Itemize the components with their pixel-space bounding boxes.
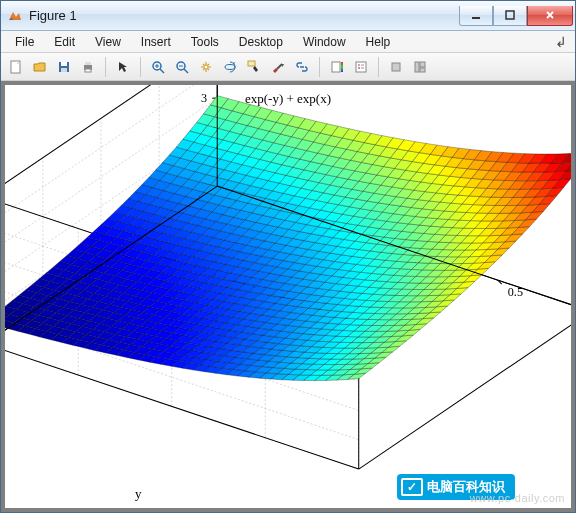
menu-desktop[interactable]: Desktop — [229, 33, 293, 51]
svg-rect-1 — [506, 11, 514, 19]
data-cursor-icon[interactable] — [243, 56, 265, 78]
menu-file[interactable]: File — [5, 33, 44, 51]
toolbar-separator — [319, 57, 320, 77]
figure-window: Figure 1 File Edit View Insert Tools Des… — [0, 0, 576, 513]
save-icon[interactable] — [53, 56, 75, 78]
svg-rect-18 — [248, 61, 255, 66]
close-button[interactable] — [527, 6, 573, 26]
print-icon[interactable] — [77, 56, 99, 78]
open-icon[interactable] — [29, 56, 51, 78]
matlab-icon — [7, 8, 23, 24]
insert-colorbar-icon[interactable] — [326, 56, 348, 78]
surface-plot[interactable]: 012345-1-0.500.51-1-0.500.51 — [5, 85, 571, 513]
svg-point-16 — [204, 65, 208, 69]
edit-plot-arrow-icon[interactable] — [112, 56, 134, 78]
svg-rect-21 — [332, 62, 340, 72]
zoom-in-icon[interactable] — [147, 56, 169, 78]
svg-rect-31 — [420, 68, 425, 72]
svg-rect-30 — [420, 62, 425, 67]
menu-window[interactable]: Window — [293, 33, 356, 51]
menu-help[interactable]: Help — [356, 33, 401, 51]
svg-rect-7 — [85, 62, 91, 65]
toolbar-separator — [105, 57, 106, 77]
pan-icon[interactable] — [195, 56, 217, 78]
svg-rect-23 — [356, 62, 366, 72]
svg-rect-5 — [61, 68, 67, 72]
menu-bar: File Edit View Insert Tools Desktop Wind… — [1, 31, 575, 53]
menu-view[interactable]: View — [85, 33, 131, 51]
figure-canvas[interactable]: exp(-y) + exp(x) 012345-1-0.500.51-1-0.5… — [1, 81, 575, 512]
brush-icon[interactable]: ▾ — [267, 56, 289, 78]
toolbar: ▾ — [1, 53, 575, 81]
svg-rect-0 — [472, 17, 480, 19]
svg-rect-22 — [341, 62, 343, 72]
menu-insert[interactable]: Insert — [131, 33, 181, 51]
svg-line-14 — [184, 69, 188, 73]
minimize-button[interactable] — [459, 6, 493, 26]
menu-edit[interactable]: Edit — [44, 33, 85, 51]
y-axis-label: y — [135, 486, 142, 502]
svg-rect-29 — [415, 62, 419, 72]
svg-rect-4 — [61, 62, 67, 66]
monitor-icon: ✓ — [401, 478, 423, 496]
dock-figure-icon[interactable]: ↲ — [551, 34, 571, 50]
toolbar-separator — [378, 57, 379, 77]
svg-text:▾: ▾ — [281, 62, 284, 68]
svg-rect-28 — [392, 63, 400, 71]
new-figure-icon[interactable] — [5, 56, 27, 78]
insert-legend-icon[interactable] — [350, 56, 372, 78]
rotate3d-icon[interactable] — [219, 56, 241, 78]
axes[interactable]: exp(-y) + exp(x) 012345-1-0.500.51-1-0.5… — [5, 85, 571, 508]
svg-point-17 — [225, 64, 235, 69]
link-icon[interactable] — [291, 56, 313, 78]
watermark-url: www.pc-daily.com — [470, 492, 565, 504]
show-plot-tools-icon[interactable] — [409, 56, 431, 78]
title-bar[interactable]: Figure 1 — [1, 1, 575, 31]
window-controls — [459, 6, 573, 26]
hide-plot-tools-icon[interactable] — [385, 56, 407, 78]
svg-text:3: 3 — [201, 91, 207, 105]
toolbar-separator — [140, 57, 141, 77]
svg-rect-8 — [85, 69, 91, 72]
svg-line-10 — [160, 69, 164, 73]
window-title: Figure 1 — [29, 8, 459, 23]
zoom-out-icon[interactable] — [171, 56, 193, 78]
menu-tools[interactable]: Tools — [181, 33, 229, 51]
maximize-button[interactable] — [493, 6, 527, 26]
